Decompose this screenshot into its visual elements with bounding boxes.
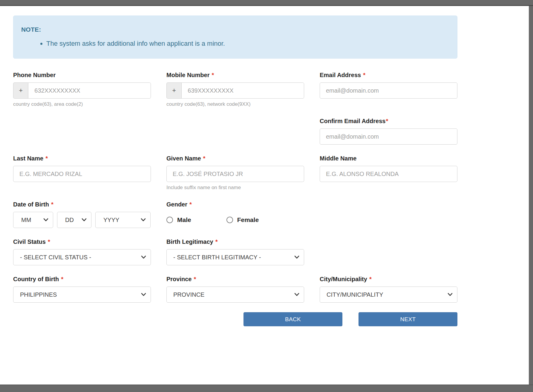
row-contact: Phone Number + country code(63), area co… [13,72,457,107]
required-asterisk: * [203,155,206,162]
field-middle-name: Middle Name [320,155,457,182]
next-button[interactable]: NEXT [359,312,457,326]
field-email-address: Email Address* [320,72,457,99]
field-city-municipality: City/Municipality* CITY/MUNICIPALITY [320,276,457,303]
row-birth-gender: Date of Birth* MM DD YYYY [13,201,457,228]
back-button[interactable]: BACK [243,312,342,326]
province-select[interactable]: PROVINCE [166,287,304,303]
row-confirm-email: Confirm Email Address* [13,118,457,145]
row-birthplace: Country of Birth* PHILIPPINES Province* … [13,276,457,303]
field-country-of-birth: Country of Birth* PHILIPPINES [13,276,151,303]
middle-name-input[interactable] [320,166,457,182]
field-phone-number: Phone Number + country code(63), area co… [13,72,151,107]
last-name-input[interactable] [13,166,151,182]
window-chrome-right [529,0,533,392]
required-asterisk: * [369,276,372,282]
phone-prefix-addon: + [13,82,28,99]
note-box: NOTE: The system asks for additional inf… [13,16,457,59]
required-asterisk: * [212,72,214,78]
mobile-number-input[interactable] [181,82,304,99]
note-list: The system asks for additional info when… [21,40,448,48]
field-civil-status: Civil Status* - SELECT CIVIL STATUS - [13,238,151,265]
gender-male-label: Male [177,216,191,223]
given-name-input[interactable] [166,166,304,182]
field-given-name: Given Name* Include suffix name on first… [166,155,304,191]
gender-label: Gender* [166,201,304,208]
confirm-email-label: Confirm Email Address* [320,118,457,125]
phone-number-label: Phone Number [13,72,151,79]
birth-legitimacy-select[interactable]: - SELECT BIRTH LEGITIMACY - [166,249,304,265]
mobile-number-label: Mobile Number* [166,72,304,79]
required-asterisk: * [45,155,48,162]
radio-icon[interactable] [166,217,173,223]
birth-legitimacy-label: Birth Legitimacy* [166,238,304,245]
button-row: BACK NEXT [13,312,457,326]
form-page: NOTE: The system asks for additional inf… [0,7,529,385]
gender-female-label: Female [237,216,259,223]
civil-status-select[interactable]: - SELECT CIVIL STATUS - [13,249,151,265]
mobile-helper-text: country code(63), network code(9XX) [166,101,304,107]
dob-month-select[interactable]: MM [13,212,53,228]
date-of-birth-label: Date of Birth* [13,201,151,208]
required-asterisk: * [386,118,388,124]
window-chrome-top [0,0,533,6]
province-label: Province* [166,276,304,283]
field-mobile-number: Mobile Number* + country code(63), netwo… [166,72,304,107]
country-of-birth-label: Country of Birth* [13,276,151,283]
dob-year-select[interactable]: YYYY [95,212,151,228]
dob-day-select[interactable]: DD [57,212,91,228]
mobile-prefix-addon: + [166,82,181,99]
city-municipality-select[interactable]: CITY/MUNICIPALITY [320,287,457,303]
required-asterisk: * [363,72,365,78]
radio-icon[interactable] [226,217,233,223]
required-asterisk: * [61,276,63,282]
row-status: Civil Status* - SELECT CIVIL STATUS - Bi… [13,238,457,265]
field-last-name: Last Name* [13,155,151,182]
phone-number-input[interactable] [28,82,151,99]
field-gender: Gender* Male Female [166,201,304,228]
phone-helper-text: country code(63), area code(2) [13,101,151,107]
last-name-label: Last Name* [13,155,151,162]
email-address-input[interactable] [320,82,457,99]
field-birth-legitimacy: Birth Legitimacy* - SELECT BIRTH LEGITIM… [166,238,304,265]
civil-status-label: Civil Status* [13,238,151,245]
given-name-helper-text: Include suffix name on first name [166,185,304,191]
confirm-email-input[interactable] [320,128,457,145]
required-asterisk: * [215,238,218,245]
given-name-label: Given Name* [166,155,304,162]
field-confirm-email: Confirm Email Address* [320,118,457,145]
field-province: Province* PROVINCE [166,276,304,303]
note-item: The system asks for additional info when… [46,40,448,48]
required-asterisk: * [194,276,196,282]
field-date-of-birth: Date of Birth* MM DD YYYY [13,201,151,228]
middle-name-label: Middle Name [320,155,457,162]
email-address-label: Email Address* [320,72,457,79]
required-asterisk: * [51,201,53,208]
gender-female-radio[interactable]: Female [226,216,259,223]
required-asterisk: * [48,238,50,245]
country-of-birth-select[interactable]: PHILIPPINES [13,287,151,303]
row-names: Last Name* Given Name* Include suffix na… [13,155,457,191]
city-municipality-label: City/Municipality* [320,276,457,283]
gender-male-radio[interactable]: Male [166,216,191,223]
window-chrome-bottom [0,385,533,392]
required-asterisk: * [189,201,192,208]
note-title: NOTE: [21,26,448,33]
